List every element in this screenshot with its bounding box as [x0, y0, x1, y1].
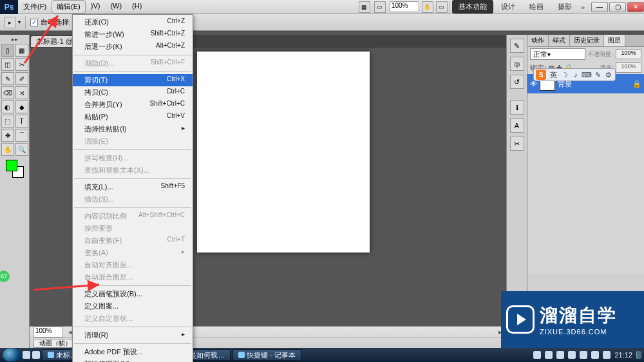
tool-button-3[interactable]: ✂ [15, 58, 28, 71]
ime-icon[interactable]: ✎ [593, 70, 602, 79]
screen-mode-icon[interactable]: ▭ [374, 1, 386, 13]
menuitem[interactable]: 剪切(T)Ctrl+X [73, 74, 193, 86]
menuitem: 渐隐(D)...Shift+Ctrl+F [73, 57, 193, 70]
tray-icon[interactable] [591, 351, 599, 359]
menu-view[interactable]: )V) [86, 0, 106, 14]
menuitem[interactable]: 定义画笔预设(B)... [73, 288, 193, 300]
move-tool-preview-icon: ▸ [4, 17, 15, 28]
tool-button-5[interactable]: ✐ [15, 72, 28, 85]
ime-icon[interactable]: ☽ [560, 70, 569, 79]
view-icon[interactable]: ▭ [436, 1, 448, 13]
tool-button-0[interactable]: ▯ [1, 44, 14, 57]
blend-mode-dropdown[interactable]: 正常 ▾ [530, 48, 585, 60]
info-panel-icon[interactable]: ℹ [510, 100, 524, 115]
start-button[interactable] [3, 348, 21, 361]
tray-icon[interactable] [603, 351, 611, 359]
quick-launch-icon[interactable] [23, 351, 30, 359]
menu-edit[interactable]: 编辑(E) [52, 0, 86, 14]
menuitem: 清除(E) [73, 135, 193, 148]
tray-icon[interactable] [533, 351, 541, 359]
menuitem[interactable]: 后退一步(K)Alt+Ctrl+Z [73, 41, 193, 53]
panel-tab-0[interactable]: 动作 [527, 35, 549, 46]
char-panel-icon[interactable]: A [510, 119, 524, 133]
ime-icon[interactable]: ♪ [571, 70, 580, 79]
ime-toolbar[interactable]: S 英 ☽♪⌨✎⚙ [533, 68, 616, 81]
clone-panel-icon[interactable]: ◎ [510, 57, 524, 71]
ime-lang-label[interactable]: 英 [549, 70, 558, 79]
menuitem: 内容识别比例Alt+Shift+Ctrl+C [73, 210, 193, 222]
menu-file[interactable]: 文件(F) [18, 0, 52, 14]
tray-icon[interactable] [556, 351, 564, 359]
panel-tab-2[interactable]: 历史记录 [570, 35, 604, 46]
panel-tab-1[interactable]: 样式 [549, 35, 570, 46]
tray-icon[interactable] [545, 351, 553, 359]
quick-launch-icon[interactable] [32, 351, 40, 359]
ime-icon[interactable]: ⚙ [604, 70, 613, 79]
menuitem[interactable]: 选择性粘贴(I)▸ [73, 123, 193, 135]
color-swatches[interactable] [6, 160, 24, 178]
auto-select-checkbox[interactable] [30, 19, 38, 26]
workspace-tab-3[interactable]: 摄影 [551, 0, 578, 14]
tool-button-11[interactable]: T [15, 115, 28, 128]
fill-field[interactable]: 100% [616, 62, 641, 73]
tool-button-4[interactable]: ✎ [1, 72, 14, 85]
menuitem[interactable]: 前进一步(W)Shift+Ctrl+Z [73, 28, 193, 41]
watermark-overlay: 溜溜自学 ZIXUE.3D66.COM [501, 291, 644, 348]
adjust-panel-icon[interactable]: ✂ [510, 137, 524, 151]
minimize-button[interactable]: — [591, 2, 608, 12]
menuitem[interactable]: 填充(L)...Shift+F5 [73, 181, 193, 193]
tool-button-14[interactable]: ✋ [1, 143, 14, 156]
menuitem[interactable]: 还原(O)Ctrl+Z [73, 16, 193, 28]
menuitem[interactable]: 粘贴(P)Ctrl+V [73, 111, 193, 123]
menuitem: 操控变形 [73, 222, 193, 234]
menuitem[interactable]: 清理(R)▸ [73, 329, 193, 341]
tray-icon[interactable] [568, 351, 576, 359]
tools-panel: ▸▸ ▯▦◫✂✎✐⌫⤨◐◆⬚T✥⌒✋🔍 [0, 35, 30, 348]
brush-panel-icon[interactable]: ✎ [510, 39, 524, 53]
tool-button-7[interactable]: ⤨ [15, 86, 28, 99]
menuitem[interactable]: 定义图案... [73, 300, 193, 312]
arrange-icon[interactable]: ▦ [359, 1, 370, 13]
menuitem: 拼写检查(H)... [73, 152, 193, 164]
zoom-field[interactable]: 100% [390, 1, 419, 12]
zoom-status-field[interactable]: 100% [33, 327, 63, 338]
foreground-color-swatch[interactable] [6, 160, 17, 171]
tool-button-2[interactable]: ◫ [1, 58, 14, 71]
menuitem[interactable]: 拷贝(C)Ctrl+C [73, 86, 193, 99]
menuitem: 自动混合图层... [73, 271, 193, 283]
hand-icon[interactable]: ✋ [422, 1, 433, 13]
menuitem[interactable]: Adobe PDF 预设... [73, 346, 193, 358]
tool-button-12[interactable]: ✥ [1, 129, 14, 142]
menu-window[interactable]: (W) [105, 0, 127, 14]
timeline-tab[interactable]: 动画（帧） [33, 339, 77, 348]
history-panel-icon[interactable]: ↺ [510, 75, 524, 89]
chevrons-icon[interactable]: » [581, 3, 585, 11]
document-canvas[interactable] [197, 52, 370, 252]
close-button[interactable]: ✕ [627, 2, 644, 12]
opacity-field[interactable]: 100% [616, 49, 641, 59]
menuitem[interactable]: 合并拷贝(Y)Shift+Ctrl+C [73, 99, 193, 111]
tool-button-8[interactable]: ◐ [1, 100, 14, 113]
panel-tab-3[interactable]: 图层 [604, 35, 625, 46]
tool-button-9[interactable]: ◆ [15, 100, 28, 113]
show-desktop-button[interactable] [636, 351, 641, 359]
workspace-tab-0[interactable]: 基本功能 [452, 0, 493, 14]
menu-help[interactable]: (H) [127, 0, 147, 14]
tool-button-13[interactable]: ⌒ [15, 129, 28, 142]
workspace-tab-1[interactable]: 设计 [495, 0, 522, 14]
tool-button-1[interactable]: ▦ [15, 44, 28, 57]
workspace-tab-2[interactable]: 绘画 [523, 0, 550, 14]
ime-icon[interactable]: ⌨ [582, 70, 591, 79]
tool-button-6[interactable]: ⌫ [1, 86, 14, 99]
tool-button-15[interactable]: 🔍 [15, 143, 28, 156]
clock[interactable]: 21:12 [614, 351, 632, 359]
maximize-button[interactable]: ▢ [609, 2, 626, 12]
taskbar-button-3[interactable]: 快捷键 - 记事本 [232, 349, 301, 361]
menuitem: 自动对齐图层... [73, 259, 193, 271]
menuitem[interactable]: 预设管理器(M)... [73, 358, 193, 362]
tool-button-10[interactable]: ⬚ [1, 115, 14, 128]
app-logo: Ps [0, 0, 18, 14]
tray-icon[interactable] [580, 351, 587, 359]
menuitem: 自由变换(F)Ctrl+T [73, 234, 193, 247]
menuitem: 定义自定形状... [73, 312, 193, 325]
